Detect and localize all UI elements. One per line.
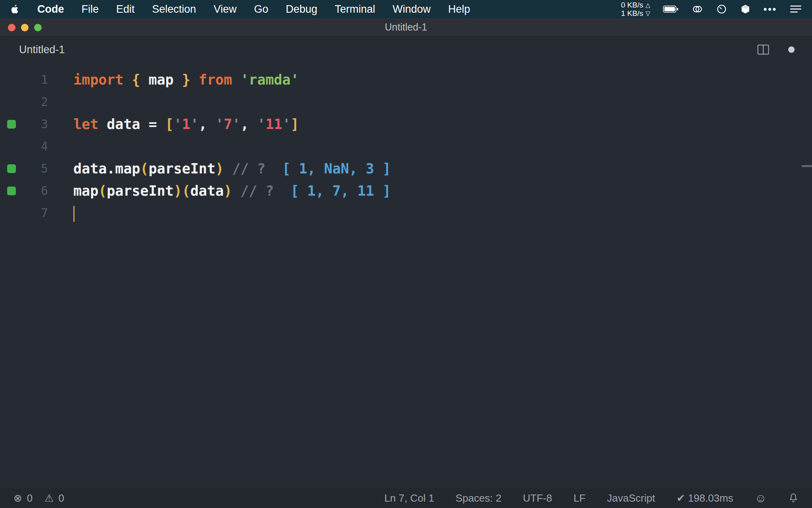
menu-item-view[interactable]: View (214, 3, 237, 15)
status-item-quokka-run-time[interactable]: ✔ 198.03ms (676, 492, 733, 504)
status-bar: ⊗ 0 ⚠ 0 Ln 7, Col 1Spaces: 2UTF-8LFJavaS… (0, 488, 812, 508)
status-item-indentation[interactable]: Spaces: 2 (456, 492, 502, 504)
network-throughput-indicator[interactable]: 0 KB/s △ 1 KB/s ▽ (621, 1, 650, 17)
network-up-row: 0 KB/s △ (621, 1, 650, 9)
zoom-button[interactable] (34, 24, 42, 31)
warning-count: 0 (59, 492, 64, 504)
menu-bar-status-area: 0 KB/s △ 1 KB/s ▽ (621, 1, 802, 17)
cube-icon[interactable] (740, 4, 751, 15)
overview-ruler-mark (802, 165, 812, 167)
line-number: 1 (16, 69, 48, 91)
code-area[interactable]: 1import { map } from 'ramda'23let data =… (0, 63, 812, 224)
problems-status[interactable]: ⊗ 0 ⚠ 0 (13, 492, 71, 504)
line-content: let data = ['1', '7', '11'] (48, 113, 299, 135)
coverage-indicator (7, 164, 16, 173)
feedback-smiley-icon[interactable]: ☺ (755, 492, 767, 504)
code-line-5[interactable]: 5data.map(parseInt) // ? [ 1, NaN, 3 ] (0, 158, 812, 180)
battery-icon[interactable] (663, 5, 679, 13)
warning-icon: ⚠ (44, 492, 54, 504)
window-title-bar[interactable]: Untitled-1 (0, 18, 812, 37)
status-bar-right: Ln 7, Col 1Spaces: 2UTF-8LFJavaScript✔ 1… (384, 492, 799, 504)
line-content: map(parseInt)(data) // ? [ 1, 7, 11 ] (48, 180, 391, 202)
line-content: data.map(parseInt) // ? [ 1, NaN, 3 ] (48, 158, 391, 180)
network-down-label: 1 KB/s (621, 9, 643, 17)
coverage-indicator (7, 187, 16, 195)
network-down-row: 1 KB/s ▽ (621, 9, 650, 17)
screen: Code FileEditSelectionViewGoDebugTermina… (0, 0, 812, 508)
line-number: 6 (16, 180, 48, 202)
coverage-indicator (7, 120, 16, 129)
menu-item-help[interactable]: Help (448, 3, 470, 15)
code-line-7[interactable]: 7 (0, 202, 812, 224)
line-number: 3 (16, 113, 48, 135)
coverage-indicator-empty (7, 142, 16, 151)
menu-item-selection[interactable]: Selection (152, 3, 196, 15)
window-title: Untitled-1 (385, 21, 427, 33)
up-arrow-icon: △ (645, 1, 650, 9)
menu-item-go[interactable]: Go (254, 3, 268, 15)
menu-item-debug[interactable]: Debug (286, 3, 318, 15)
line-content (48, 202, 75, 224)
split-editor-icon[interactable] (757, 44, 769, 55)
window-controls (8, 18, 42, 37)
notifications-bell-icon[interactable] (788, 493, 799, 504)
line-content: import { map } from 'ramda' (48, 69, 299, 91)
menu-item-terminal[interactable]: Terminal (335, 3, 375, 15)
list-icon[interactable] (790, 4, 802, 14)
coverage-indicator-empty (7, 98, 16, 106)
code-line-3[interactable]: 3let data = ['1', '7', '11'] (0, 113, 812, 135)
close-button[interactable] (8, 24, 15, 31)
code-line-4[interactable]: 4 (0, 135, 812, 158)
status-item-encoding[interactable]: UTF-8 (523, 492, 552, 504)
status-item-language-mode[interactable]: JavaScript (607, 492, 655, 504)
code-line-1[interactable]: 1import { map } from 'ramda' (0, 69, 812, 91)
coverage-indicator-empty (7, 75, 16, 84)
error-count: 0 (27, 492, 33, 504)
ellipsis-icon[interactable]: ••• (764, 4, 777, 15)
unsaved-changes-indicator[interactable] (788, 46, 795, 53)
code-line-2[interactable]: 2 (0, 91, 812, 113)
swirl-icon[interactable] (691, 3, 703, 15)
menu-items: FileEditSelectionViewGoDebugTerminalWind… (82, 3, 470, 15)
status-item-eol-sequence[interactable]: LF (573, 492, 585, 504)
down-arrow-icon: ▽ (645, 9, 650, 17)
line-number: 4 (16, 135, 48, 158)
line-number: 5 (16, 158, 48, 180)
menu-bar-left: Code FileEditSelectionViewGoDebugTermina… (10, 3, 470, 15)
menu-bar: Code FileEditSelectionViewGoDebugTermina… (0, 0, 812, 18)
menu-item-window[interactable]: Window (393, 3, 431, 15)
editor-actions (757, 44, 795, 55)
status-items: Ln 7, Col 1Spaces: 2UTF-8LFJavaScript✔ 1… (384, 492, 733, 504)
text-cursor (73, 206, 75, 222)
minimize-button[interactable] (21, 24, 29, 31)
timer-icon[interactable] (716, 4, 727, 15)
editor-header: Untitled-1 (0, 37, 812, 63)
apple-menu-icon[interactable] (10, 4, 20, 15)
network-up-label: 0 KB/s (621, 1, 643, 9)
menu-app-name[interactable]: Code (37, 3, 64, 15)
coverage-indicator-empty (7, 209, 16, 217)
status-item-cursor-position[interactable]: Ln 7, Col 1 (384, 492, 434, 504)
code-line-6[interactable]: 6map(parseInt)(data) // ? [ 1, 7, 11 ] (0, 180, 812, 202)
menu-item-file[interactable]: File (82, 3, 99, 15)
error-icon: ⊗ (13, 492, 22, 504)
editor-tab-label[interactable]: Untitled-1 (19, 44, 65, 56)
line-number: 7 (16, 202, 48, 224)
line-number: 2 (16, 91, 48, 113)
menu-item-edit[interactable]: Edit (116, 3, 135, 15)
